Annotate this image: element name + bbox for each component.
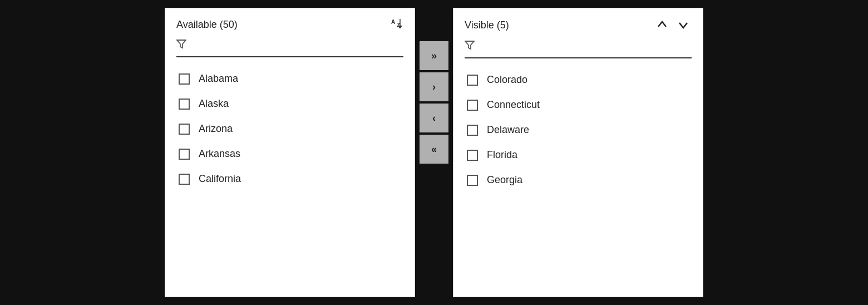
move-right-button[interactable]: › [420, 72, 448, 101]
available-panel-header: Available (50) A Z [176, 17, 403, 32]
move-all-left-button[interactable]: « [420, 135, 448, 164]
available-item-label-alabama: Alabama [199, 73, 238, 85]
move-all-right-button[interactable]: » [420, 41, 448, 70]
available-filter-input[interactable] [191, 41, 403, 51]
available-filter-icon [176, 39, 186, 53]
visible-item-label-delaware: Delaware [487, 124, 529, 136]
svg-text:A: A [391, 19, 395, 25]
available-item-checkbox-alabama[interactable] [179, 73, 190, 85]
available-item-label-arizona: Arizona [199, 123, 233, 135]
visible-list-items: Colorado Connecticut Delaware Florida Ge… [465, 67, 692, 193]
visible-item-checkbox-florida[interactable] [467, 150, 478, 161]
available-item-checkbox-california[interactable] [179, 174, 190, 185]
visible-item-label-florida: Florida [487, 149, 517, 161]
list-item[interactable]: Arkansas [176, 141, 403, 166]
available-filter-row [176, 39, 403, 57]
visible-item-checkbox-connecticut[interactable] [467, 100, 478, 111]
list-item[interactable]: Alaska [176, 91, 403, 116]
visible-item-checkbox-delaware[interactable] [467, 125, 478, 136]
transfer-buttons: » › ‹ « [415, 41, 453, 164]
available-item-checkbox-arkansas[interactable] [179, 149, 190, 160]
visible-header-icons [654, 17, 692, 33]
visible-filter-input[interactable] [479, 42, 692, 52]
visible-panel-title: Visible (5) [465, 19, 509, 31]
move-up-button[interactable] [654, 17, 670, 33]
visible-panel-header: Visible (5) [465, 17, 692, 33]
available-panel-title: Available (50) [176, 19, 238, 31]
visible-panel: Visible (5) Colorado Connecticut D [453, 8, 703, 297]
list-item[interactable]: Colorado [465, 67, 692, 92]
available-item-label-arkansas: Arkansas [199, 148, 240, 160]
list-item[interactable]: California [176, 166, 403, 191]
available-item-label-california: California [199, 173, 241, 185]
visible-item-label-connecticut: Connecticut [487, 99, 540, 111]
available-panel: Available (50) A Z Alabama Alaska [165, 8, 415, 297]
available-list-items: Alabama Alaska Arizona Arkansas Californ… [176, 66, 403, 191]
visible-filter-row [465, 40, 692, 58]
visible-filter-icon [465, 40, 475, 54]
move-left-button[interactable]: ‹ [420, 104, 448, 132]
list-item[interactable]: Alabama [176, 66, 403, 91]
list-item[interactable]: Connecticut [465, 92, 692, 117]
move-down-button[interactable] [675, 17, 692, 33]
visible-item-label-colorado: Colorado [487, 74, 527, 86]
available-item-checkbox-alaska[interactable] [179, 99, 190, 110]
list-item[interactable]: Delaware [465, 117, 692, 142]
visible-item-label-georgia: Georgia [487, 174, 522, 186]
list-item[interactable]: Georgia [465, 168, 692, 193]
visible-item-checkbox-georgia[interactable] [467, 175, 478, 186]
sort-az-icon[interactable]: A Z [391, 17, 403, 32]
available-sort-icons: A Z [391, 17, 403, 32]
list-item[interactable]: Florida [465, 142, 692, 168]
dual-list-container: Available (50) A Z Alabama Alaska [165, 8, 703, 297]
available-item-checkbox-arizona[interactable] [179, 124, 190, 135]
visible-item-checkbox-colorado[interactable] [467, 75, 478, 86]
available-item-label-alaska: Alaska [199, 98, 229, 110]
list-item[interactable]: Arizona [176, 116, 403, 141]
